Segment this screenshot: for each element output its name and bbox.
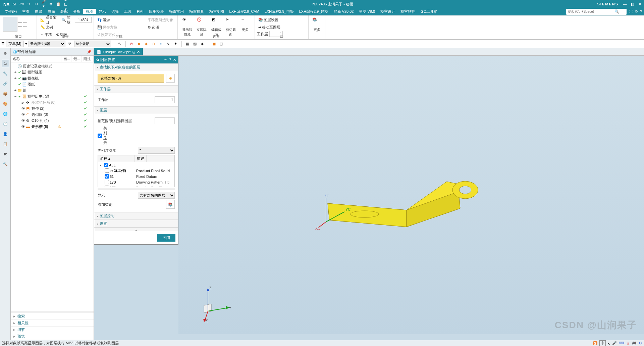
ime-punct-icon[interactable]: •, (608, 341, 610, 345)
layer-row[interactable]: 61Fixed Datum (98, 174, 174, 179)
filter-funnel-icon[interactable]: ⧩ (67, 41, 73, 47)
work-layer-field[interactable] (155, 96, 175, 103)
point-icon[interactable]: ✦ (173, 41, 179, 47)
section-work-layer[interactable]: 工作层 (94, 85, 178, 93)
system-icon[interactable]: 🛠 (2, 150, 9, 158)
menu-item-7[interactable]: 显示 (96, 9, 109, 14)
undo-dialog-icon[interactable]: ↶ (164, 58, 167, 62)
pin-icon[interactable]: 📌 (87, 50, 92, 54)
command-search[interactable]: 🔍 (566, 9, 627, 15)
tree-datum-csys[interactable]: ø⊹基准坐标系 (0)✔ (11, 99, 94, 105)
menu-item-2[interactable]: 曲线 (32, 9, 45, 14)
curve-icon[interactable]: ∿ (165, 41, 171, 47)
footer-dependencies[interactable]: ▸相关性 (11, 320, 94, 327)
close-dialog-icon[interactable]: ✕ (173, 58, 176, 62)
menu-item-20[interactable]: 模室设计 (378, 9, 398, 14)
fit-window-button[interactable]: 📐 适合窗口 (39, 16, 59, 23)
zoom-value-input[interactable] (75, 17, 92, 23)
cut-icon[interactable]: ✂ (34, 2, 39, 6)
facet-icon[interactable]: ◇ (158, 41, 164, 47)
mic-icon[interactable]: 🎤▾ (41, 0, 46, 8)
view-triad[interactable]: Z Y X (198, 286, 231, 323)
browser-icon[interactable]: 🌐 (2, 110, 9, 117)
menu-item-19[interactable]: 星空 V8.0 (356, 9, 378, 14)
menu-item-5[interactable]: 分析 (70, 9, 83, 14)
refresh-icon[interactable]: ⟳ (635, 9, 638, 14)
menu-item-8[interactable]: 选择 (109, 9, 121, 14)
file-tab[interactable]: 📄 Oblique_view.prt ⎘ ✕ (94, 48, 143, 55)
ime-game-icon[interactable]: 🎮 (632, 341, 637, 345)
stack-icon[interactable]: 📚 (166, 200, 175, 209)
help-dialog-icon[interactable]: ? (169, 58, 171, 62)
col-current[interactable]: 当... (61, 56, 71, 62)
col-name[interactable]: 名称 (11, 56, 61, 62)
sheet-icon[interactable]: ◇ (151, 41, 157, 47)
layer-row[interactable]: 170Drawing Pattern, Titl (98, 179, 174, 185)
menu-item-1[interactable]: 主页 (19, 9, 32, 14)
dialog-splitter[interactable]: ▴ (94, 228, 178, 231)
hd3d-icon[interactable]: 🎨 (2, 100, 9, 107)
cat-filter-dropdown[interactable]: * (138, 147, 175, 154)
snap3-icon[interactable]: ◈ (199, 41, 205, 47)
redo-icon[interactable]: ↷ (26, 2, 32, 6)
footer-preview[interactable]: ▸预览 (11, 333, 94, 340)
tree-edge-blend[interactable]: 👁◠边倒圆 (3)✔ (11, 111, 94, 117)
move-to-layer-button[interactable]: ➡ 移动至图层 (257, 23, 306, 31)
menu-item-0[interactable]: 文件(F) (2, 9, 19, 14)
section-layers[interactable]: 图层 (94, 106, 178, 114)
layer-settings-button[interactable]: 📚 图层设置 (257, 16, 306, 23)
target-icon[interactable]: ⊕ (166, 74, 175, 83)
ime-keyboard-icon[interactable]: ⌨ (619, 341, 624, 345)
ime-settings-icon[interactable]: ⚙ (639, 341, 642, 345)
menu-item-21[interactable]: 模室软件 (398, 9, 418, 14)
menu-item-6[interactable]: 视图 (83, 9, 96, 14)
assembly-nav-icon[interactable]: 🔧 (2, 70, 9, 77)
lt-col-desc[interactable]: 描述 (135, 155, 147, 162)
ime-lang[interactable]: 中 (599, 340, 606, 346)
history-icon[interactable]: 🕓 (2, 120, 9, 128)
layer-row[interactable]: 173Drawing Specificatio (98, 185, 174, 187)
ime-emoji-icon[interactable]: ☺ (626, 341, 630, 345)
ime-mic-icon[interactable]: 🎤 (612, 341, 617, 345)
tab-pin-icon[interactable]: ⎘ (132, 50, 135, 54)
menu-item-16[interactable]: LXH编程2.9_电极 (262, 9, 297, 14)
tree-history-mode[interactable]: 🕓历史记录建模模式 (11, 63, 94, 69)
reuse-lib-icon[interactable]: 📦 (2, 90, 9, 97)
menu-item-13[interactable]: 梅雷模具 (186, 9, 207, 14)
fullscreen-icon[interactable]: ⛶ (629, 9, 633, 14)
section-find-object[interactable]: 查找以下对象所在的图层 (94, 63, 178, 71)
layer-row[interactable]: -ALL (98, 162, 174, 168)
menu-button[interactable]: 菜单(M) (6, 41, 24, 47)
tree-model-views[interactable]: +✔🖼模型视图 (11, 69, 94, 75)
graphics-viewport[interactable]: ZC YC XC Z Y X CSDN @山涧果子 (178, 56, 644, 334)
col-note[interactable]: 附注 (82, 56, 94, 62)
display-dropdown[interactable]: 含有对象的图层 (138, 192, 175, 199)
more-layer-button[interactable]: 📚更多 (308, 17, 326, 33)
menu-item-11[interactable]: 应用模块 (146, 9, 166, 14)
selection-filter-dropdown[interactable]: 无选择过滤器 (29, 41, 65, 47)
options-button[interactable]: ⚙ 选项 (146, 23, 175, 31)
more-content-button[interactable]: ⋯更多 (238, 17, 253, 33)
section-settings[interactable]: 设置 (94, 220, 178, 228)
lt-col-name[interactable]: 名称 ▴ (98, 155, 135, 162)
undo-icon[interactable]: ↶▾ (19, 2, 24, 6)
wrench-icon[interactable]: 🔨 (2, 160, 9, 168)
scale-button[interactable]: 📏 比例 (39, 23, 54, 31)
tree-extrude[interactable]: 👁⬒拉伸 (2)✔ (11, 105, 94, 111)
search-icon[interactable]: 🔍 (614, 9, 619, 14)
snap-icon[interactable]: ▦ (184, 41, 191, 47)
box-icon[interactable]: ▣ (211, 41, 217, 47)
close-button[interactable]: 关闭 (157, 234, 175, 242)
tree-groups[interactable]: +📁组 (11, 87, 94, 93)
tree-hole[interactable]: 👁⊙Ø10 孔 (4)✔ (11, 117, 94, 123)
tree-cameras[interactable]: +✔📷摄像机 (11, 75, 94, 81)
menu-item-12[interactable]: 梅雷常用 (166, 9, 186, 14)
menu-item-17[interactable]: LXH编程2.9_建模 (297, 9, 331, 14)
menu-item-14[interactable]: 梅雷制图 (207, 9, 227, 14)
settings-icon[interactable]: ⚙ (2, 50, 9, 57)
section-layer-control[interactable]: 图层控制 (94, 212, 178, 220)
menu-item-4[interactable]: 装配 (58, 9, 70, 14)
part-navigator-icon[interactable]: 🗂 (2, 60, 9, 67)
menu-item-9[interactable]: 工具 (121, 9, 134, 14)
menu-item-10[interactable]: PMI (134, 9, 146, 14)
